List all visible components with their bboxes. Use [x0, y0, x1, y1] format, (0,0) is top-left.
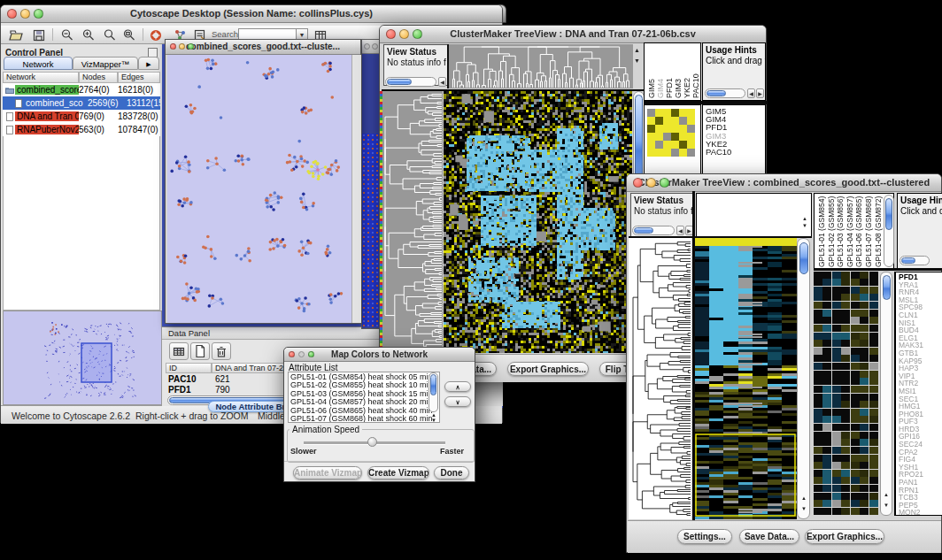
- delete-attribute-button[interactable]: [212, 342, 231, 360]
- scroll-thumb[interactable]: [387, 79, 412, 85]
- matrix-cell[interactable]: [647, 117, 655, 125]
- matrix-cell[interactable]: [647, 149, 655, 157]
- matrix-cell[interactable]: [671, 133, 679, 141]
- close-button[interactable]: [633, 178, 643, 188]
- attribute-list-item[interactable]: GPL51-02 (GSM855) heat shock 10 min: [290, 381, 439, 389]
- matrix-cell[interactable]: [655, 109, 663, 117]
- matrix-cell[interactable]: [655, 133, 663, 141]
- treeview2-gene-label[interactable]: MON2: [899, 509, 941, 517]
- attribute-list-scrollbar[interactable]: [429, 372, 438, 412]
- treeview1-usage-scroll-track[interactable]: [705, 88, 745, 98]
- scroll-down-arrow[interactable]: ▼: [801, 506, 807, 512]
- matrix-cell[interactable]: [687, 149, 695, 157]
- treeview2-titlebar[interactable]: ClusterMaker TreeView : combined_scores_…: [627, 174, 941, 192]
- matrix-cell[interactable]: [687, 109, 695, 117]
- matrix-cell[interactable]: [679, 141, 687, 149]
- save-data-button[interactable]: Save Data...: [739, 529, 799, 544]
- dendro-scroll-up-arrow[interactable]: ▲: [634, 47, 640, 53]
- main-title-bar[interactable]: Cytoscape Desktop (Session Name: collins…: [1, 5, 502, 23]
- treeview1-status-scroll-track[interactable]: [385, 77, 436, 87]
- column-header-nodes[interactable]: Nodes: [79, 72, 118, 83]
- column-header-network[interactable]: Network: [3, 72, 79, 83]
- minimize-button[interactable]: [298, 351, 305, 357]
- data-row-id[interactable]: PAC10: [168, 374, 197, 384]
- treeview2-column-dendrogram-area[interactable]: [696, 193, 812, 237]
- data-row-id[interactable]: PFD1: [168, 385, 191, 395]
- matrix-cell[interactable]: [647, 125, 655, 133]
- matrix-cell[interactable]: [663, 133, 671, 141]
- zoom-button[interactable]: [34, 9, 43, 19]
- matrix-cell[interactable]: [679, 133, 687, 141]
- data-row-value[interactable]: 621: [215, 374, 230, 384]
- treeview2-column-label[interactable]: GPL51-07 (GSM868): [864, 195, 873, 267]
- matrix-cell[interactable]: [655, 125, 663, 133]
- scroll-thumb[interactable]: [430, 374, 436, 395]
- dendro-scroll-down-arrow[interactable]: ▼: [634, 58, 640, 64]
- matrix-cell[interactable]: [647, 141, 655, 149]
- scroll-left-arrow[interactable]: ◀: [438, 77, 446, 87]
- zoom-button[interactable]: [660, 178, 669, 188]
- tab-vizmapper[interactable]: VizMapper™: [73, 57, 138, 70]
- minimize-button[interactable]: [646, 178, 656, 188]
- treeview2-column-label[interactable]: GPL51-08 (GSM872): [874, 195, 883, 267]
- treeview1-column-label[interactable]: YKE2: [683, 45, 691, 98]
- zoom-button[interactable]: [308, 351, 314, 357]
- matrix-cell[interactable]: [663, 141, 671, 149]
- zoom-in-button[interactable]: [79, 27, 98, 43]
- create-vizmap-button[interactable]: Create Vizmap: [367, 466, 429, 479]
- scroll-up-arrow[interactable]: ▲: [801, 495, 807, 502]
- attribute-list-item[interactable]: GPL51-01 (GSM854) heat shock 05 min: [290, 373, 439, 381]
- done-button[interactable]: Done: [434, 466, 469, 479]
- treeview1-heatmap[interactable]: [444, 91, 632, 353]
- matrix-cell[interactable]: [671, 125, 679, 133]
- treeview2-column-label[interactable]: GPL51-06 (GSM865): [854, 195, 863, 267]
- zoom-out-button[interactable]: [58, 27, 77, 43]
- network-table-row[interactable]: combined_sco2569(6)13112(15): [3, 96, 160, 110]
- matrix-cell[interactable]: [671, 117, 679, 125]
- tab-overflow-arrow[interactable]: ▶: [138, 57, 159, 70]
- matrix-cell[interactable]: [679, 117, 687, 125]
- birdseye-overview-canvas[interactable]: [3, 311, 162, 405]
- minimize-button[interactable]: [20, 9, 30, 19]
- scroll-left-arrow[interactable]: ◀: [676, 226, 684, 235]
- network-table-row[interactable]: RNAPuberNov2+!563(0)107847(0): [3, 123, 160, 136]
- column-header-edges[interactable]: Edges: [118, 72, 160, 83]
- matrix-cell[interactable]: [663, 117, 671, 125]
- treeview2-column-label[interactable]: GPL51-04 (GSM857): [845, 195, 854, 267]
- matrix-cell[interactable]: [663, 109, 671, 117]
- matrix-cell[interactable]: [655, 141, 663, 149]
- treeview1-gene-label[interactable]: PAC10: [706, 148, 762, 156]
- attribute-list-item[interactable]: GPL51-06 (GSM865) heat shock 40 min: [290, 407, 439, 415]
- attribute-grid-button[interactable]: [169, 342, 189, 360]
- save-session-button[interactable]: [29, 27, 49, 43]
- dense-network-canvas[interactable]: [362, 134, 380, 326]
- matrix-cell[interactable]: [663, 125, 671, 133]
- attribute-list-item[interactable]: GPL51-07 (GSM868) heat shock 60 min: [290, 415, 439, 423]
- treeview2-zoom-heatmap[interactable]: [814, 272, 879, 516]
- matrix-cell[interactable]: [671, 109, 679, 117]
- treeview1-column-label[interactable]: GIM3: [674, 45, 683, 98]
- minimize-button[interactable]: [372, 43, 378, 50]
- close-button[interactable]: [170, 43, 176, 50]
- help-button[interactable]: [146, 27, 166, 43]
- zoom-fit-button[interactable]: [100, 27, 120, 43]
- scroll-thumb[interactable]: [799, 242, 808, 274]
- hidden-window-titlebar[interactable]: [362, 40, 380, 54]
- attribute-list-item[interactable]: GPL51-04 (GSM857) heat shock 20 min: [290, 398, 439, 406]
- list-scroll-down[interactable]: ▼: [431, 418, 436, 424]
- matrix-cell[interactable]: [655, 117, 663, 125]
- scroll-left-arrow[interactable]: ◀: [747, 88, 755, 98]
- col-scroll-down[interactable]: ▼: [802, 223, 807, 229]
- scroll-up-arrow[interactable]: ▲: [884, 492, 889, 498]
- scroll-thumb[interactable]: [885, 198, 892, 230]
- treeview1-column-label[interactable]: GIM5: [647, 45, 656, 98]
- matrix-cell[interactable]: [687, 125, 695, 133]
- scroll-down-arrow[interactable]: ▼: [884, 502, 889, 509]
- close-button[interactable]: [7, 9, 17, 19]
- col-scroll-up[interactable]: ▲: [802, 216, 807, 222]
- network-view-titlebar[interactable]: combined_scores_good.txt--cluste...: [166, 40, 360, 55]
- tab-network[interactable]: Network: [4, 57, 73, 70]
- new-attribute-button[interactable]: [190, 342, 210, 360]
- matrix-cell[interactable]: [687, 133, 695, 141]
- matrix-cell[interactable]: [671, 141, 679, 149]
